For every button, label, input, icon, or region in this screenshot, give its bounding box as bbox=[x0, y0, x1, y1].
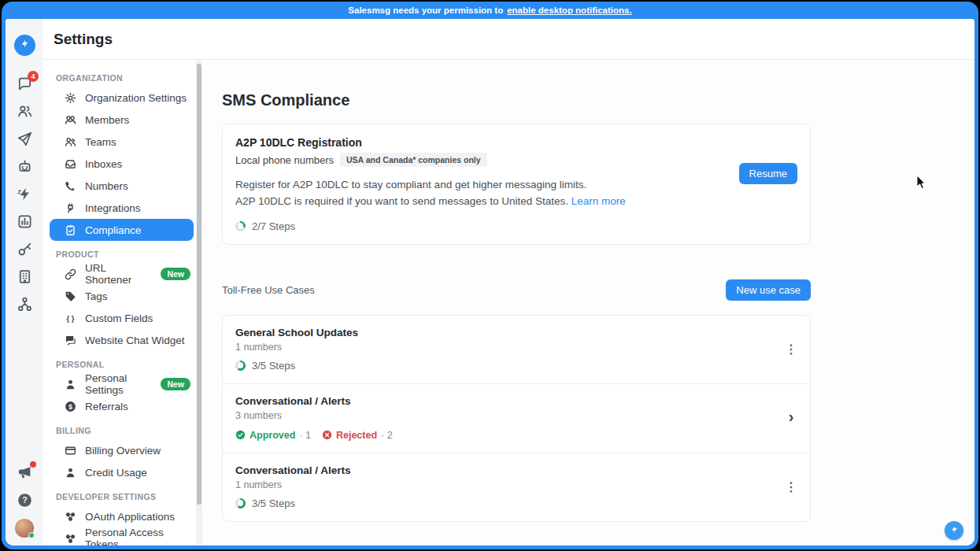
app-window: Salesmsg needs your permission to enable… bbox=[2, 2, 978, 549]
sidebar-item-label: Personal Settings bbox=[85, 372, 152, 396]
sidebar-item-label: URL Shortener bbox=[85, 262, 152, 286]
sidebar-item-personal-settings[interactable]: Personal SettingsNew bbox=[50, 373, 194, 395]
members-icon bbox=[64, 113, 76, 126]
user-avatar[interactable] bbox=[15, 519, 34, 538]
sidebar-item-credit-usage[interactable]: Credit Usage bbox=[50, 461, 194, 483]
app-surface: 4 ? Settings ORGANIZATIONOrganization Se… bbox=[6, 19, 974, 545]
a2p-description: Register for A2P 10DLC to stay compliant… bbox=[235, 177, 797, 210]
rail-company-icon[interactable] bbox=[16, 268, 33, 285]
steps-label: 3/5 Steps bbox=[252, 497, 295, 509]
sidebar-item-numbers[interactable]: Numbers bbox=[50, 175, 194, 197]
oauth-icon bbox=[64, 510, 76, 523]
a2p-card-title: A2P 10DLC Registration bbox=[235, 136, 797, 149]
support-chat-widget[interactable] bbox=[945, 521, 963, 540]
sidebar-item-custom-fields[interactable]: { }Custom Fields bbox=[50, 307, 194, 329]
sidebar-item-tags[interactable]: Tags bbox=[50, 285, 194, 307]
sidebar-item-members[interactable]: Members bbox=[50, 109, 194, 131]
sidebar-item-organization-settings[interactable]: Organization Settings bbox=[50, 87, 194, 109]
use-case-row[interactable]: General School Updates1 numbers3/5 Steps… bbox=[223, 316, 810, 383]
help-icon: ? bbox=[17, 493, 32, 508]
a2p-registration-card: A2P 10DLC Registration Local phone numbe… bbox=[222, 124, 811, 245]
rail-chat-icon[interactable]: 4 bbox=[16, 75, 33, 92]
bot-icon bbox=[17, 159, 32, 174]
widget-bolt-icon bbox=[949, 523, 960, 538]
rail-bot-icon[interactable] bbox=[16, 157, 33, 175]
rail-contacts-icon[interactable] bbox=[16, 102, 33, 120]
section-label: BILLING bbox=[43, 417, 194, 439]
sidebar-item-url-shortener[interactable]: URL ShortenerNew bbox=[50, 263, 194, 285]
resume-button[interactable]: Resume bbox=[739, 163, 797, 184]
sidebar-item-label: Referrals bbox=[85, 401, 128, 412]
announcements-icon bbox=[17, 465, 32, 480]
banner-text: Salesmsg needs your permission to bbox=[348, 6, 503, 15]
status-label: Rejected bbox=[336, 430, 377, 441]
permission-banner: Salesmsg needs your permission to enable… bbox=[2, 2, 978, 19]
sidebar-item-label: OAuth Applications bbox=[85, 511, 175, 523]
a2p-region-chip: USA and Canada* companies only bbox=[340, 153, 487, 167]
tollfree-use-cases-label: Toll-Free Use Cases bbox=[222, 284, 315, 296]
contacts-icon bbox=[17, 104, 32, 119]
link-icon bbox=[64, 268, 76, 280]
rail-automation-icon[interactable] bbox=[16, 185, 33, 202]
salesmsg-logo[interactable] bbox=[14, 35, 35, 56]
section-label: ORGANIZATION bbox=[43, 65, 194, 87]
sidebar-item-label: Tags bbox=[85, 290, 108, 302]
sidebar-scrollbar-thumb[interactable] bbox=[197, 64, 202, 505]
use-case-row[interactable]: Conversational / Alerts1 numbers3/5 Step… bbox=[223, 453, 810, 521]
sidebar-item-label: Inboxes bbox=[85, 158, 122, 170]
rail-workflows-icon[interactable] bbox=[16, 295, 33, 312]
a2p-progress-ring bbox=[235, 221, 246, 231]
learn-more-link[interactable]: Learn more bbox=[571, 195, 626, 207]
use-case-numbers: 3 numbers bbox=[235, 410, 797, 421]
sidebar-item-inboxes[interactable]: Inboxes bbox=[50, 153, 194, 175]
sms-compliance-heading: SMS Compliance bbox=[222, 91, 974, 109]
section-label: PRODUCT bbox=[43, 241, 194, 263]
braces-icon: { } bbox=[64, 312, 76, 324]
sidebar-item-referrals[interactable]: $Referrals bbox=[50, 395, 194, 417]
send-icon bbox=[17, 131, 32, 146]
company-icon bbox=[17, 269, 32, 284]
rail-top-icons: 4 bbox=[16, 75, 33, 323]
new-badge: New bbox=[161, 378, 190, 390]
x-circle-icon bbox=[322, 430, 332, 440]
status-approved: Approved· 1 bbox=[235, 430, 311, 441]
chevron-right-icon[interactable]: › bbox=[782, 409, 801, 427]
sidebar-item-label: Personal Access Tokens bbox=[85, 527, 194, 545]
use-case-row[interactable]: Conversational / Alerts3 numbersApproved… bbox=[223, 383, 810, 453]
progress-ring bbox=[235, 361, 246, 371]
sidebar-item-personal-access-tokens[interactable]: Personal Access Tokens bbox=[50, 527, 194, 545]
section-label: PERSONAL bbox=[43, 351, 194, 373]
use-case-title: Conversational / Alerts bbox=[235, 464, 797, 476]
sidebar-item-website-chat-widget[interactable]: Website Chat Widget bbox=[50, 329, 194, 351]
teams-icon bbox=[64, 135, 76, 148]
sidebar-item-oauth-applications[interactable]: OAuth Applications bbox=[50, 505, 194, 527]
sidebar-item-billing-overview[interactable]: Billing Overview bbox=[50, 439, 194, 461]
rail-keywords-icon[interactable] bbox=[16, 240, 33, 257]
enable-notifications-link[interactable]: enable desktop notifications. bbox=[507, 6, 631, 15]
use-case-numbers: 1 numbers bbox=[235, 479, 797, 490]
sidebar-item-label: Numbers bbox=[85, 180, 128, 192]
svg-text:$: $ bbox=[68, 402, 72, 410]
sidebar-item-integrations[interactable]: Integrations bbox=[50, 197, 194, 219]
check-circle-icon bbox=[235, 430, 246, 440]
use-cases-card: General School Updates1 numbers3/5 Steps… bbox=[222, 315, 811, 522]
sidebar-item-compliance[interactable]: Compliance bbox=[50, 219, 194, 241]
status-rejected: Rejected· 2 bbox=[322, 430, 393, 441]
analytics-icon bbox=[17, 214, 32, 229]
status-count: · 2 bbox=[381, 430, 393, 441]
page-title: Settings bbox=[54, 31, 113, 48]
sidebar-item-teams[interactable]: Teams bbox=[50, 131, 194, 153]
new-use-case-button[interactable]: New use case bbox=[726, 279, 811, 301]
rail-analytics-icon[interactable] bbox=[16, 213, 33, 230]
kebab-menu-icon[interactable]: ⋮ bbox=[782, 478, 801, 497]
workflows-icon bbox=[17, 297, 32, 312]
rail-help-icon[interactable]: ? bbox=[16, 491, 33, 508]
clipboard-check-icon bbox=[64, 224, 76, 236]
use-case-title: Conversational / Alerts bbox=[235, 395, 797, 407]
rail-announcements-icon[interactable] bbox=[16, 464, 33, 481]
section-label: DEVELOPER SETTINGS bbox=[43, 483, 194, 505]
rail-send-icon[interactable] bbox=[16, 130, 33, 147]
sidebar-item-label: Members bbox=[85, 114, 129, 126]
kebab-menu-icon[interactable]: ⋮ bbox=[782, 340, 801, 359]
tag-icon bbox=[64, 290, 76, 302]
